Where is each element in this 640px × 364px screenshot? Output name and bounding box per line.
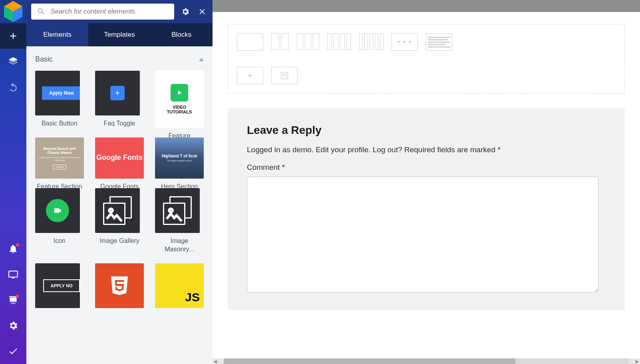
thumb-preview: VIDEOTUTORIALS [155, 71, 204, 128]
layout-1col[interactable] [237, 33, 263, 51]
tab-blocks[interactable]: Blocks [151, 23, 213, 46]
html5-icon [95, 263, 144, 308]
nav-tree-view[interactable] [0, 49, 26, 74]
nav-settings[interactable] [0, 313, 26, 338]
comment-textarea[interactable] [247, 177, 598, 292]
element-label: Faq Toggle [95, 119, 144, 128]
nav-add-element[interactable] [0, 23, 26, 49]
thumb-preview: Google Fonts [95, 137, 144, 179]
page-canvas[interactable]: • • • Leave a Reply Logged in as demo. E… [213, 12, 640, 358]
element-raw-html[interactable] [95, 263, 144, 308]
nav-insights[interactable] [0, 236, 26, 262]
element-basic-button[interactable]: Apply Now Basic Button [35, 71, 84, 128]
layout-5col[interactable] [359, 33, 384, 51]
element-label: Image Gallery [95, 237, 144, 245]
panel-header [26, 0, 213, 23]
reply-title: Leave a Reply [247, 124, 606, 137]
app-logo[interactable] [0, 0, 26, 23]
panel-close-button[interactable] [197, 6, 208, 17]
image-stack-icon [103, 196, 132, 225]
elements-panel: Elements Templates Blocks Basic Apply No… [26, 0, 213, 364]
logged-in-user-link[interactable]: demo [292, 145, 312, 154]
svg-point-4 [169, 209, 173, 212]
nav-rail [0, 0, 26, 364]
element-outline-button[interactable]: APPLY NO [35, 263, 84, 308]
layout-custom[interactable]: • • • [392, 33, 418, 51]
horizontal-scrollbar[interactable]: ◀ ▶ [213, 358, 640, 364]
thumb-preview: Apply Now [42, 86, 80, 100]
panel-tabs: Elements Templates Blocks [26, 23, 213, 46]
chevron-up-icon [199, 58, 204, 61]
close-icon [198, 7, 207, 16]
element-raw-js[interactable]: JS [155, 263, 204, 308]
layout-2col[interactable] [271, 33, 289, 51]
svg-point-3 [109, 209, 113, 212]
element-faq-toggle[interactable]: + Faq Toggle [95, 71, 144, 128]
element-feature[interactable]: VIDEOTUTORIALS Feature [155, 71, 204, 128]
notification-dot [16, 243, 19, 247]
notification-dot [16, 294, 19, 298]
logo-cube-icon [0, 0, 26, 25]
element-hero-section[interactable]: Highland T of Scot The region beautiful … [155, 137, 204, 179]
scroll-right-arrow[interactable]: ▶ [634, 359, 640, 364]
thumb-preview: Beyond Beach and Cloudy Waves Lorem ipsu… [35, 137, 84, 179]
layout-3col[interactable] [297, 33, 319, 51]
gear-icon [8, 320, 18, 331]
gear-icon [181, 7, 190, 16]
element-label: Image Masonry... [155, 237, 204, 254]
thumb-preview: APPLY NO [43, 279, 80, 292]
category-basic-header[interactable]: Basic [35, 55, 204, 64]
search-icon [37, 7, 46, 16]
element-feature-section[interactable]: Beyond Beach and Cloudy Waves Lorem ipsu… [35, 137, 84, 179]
search-box [31, 4, 174, 20]
panel-settings-button[interactable] [180, 6, 191, 17]
nav-responsive[interactable] [0, 262, 26, 287]
element-google-fonts-heading[interactable]: Google Fonts Google Fonts Heading [95, 137, 144, 179]
undo-icon [8, 82, 18, 92]
reply-meta: Logged in as demo. Edit your profile. Lo… [247, 145, 606, 154]
row-layout-picker: • • • [228, 24, 625, 93]
logout-link[interactable]: Log out? [373, 145, 402, 154]
category-label: Basic [35, 55, 53, 64]
check-icon [8, 346, 18, 356]
layers-icon [8, 56, 18, 67]
comment-field-label: Comment * [247, 163, 606, 172]
element-label: Icon [35, 237, 84, 245]
search-input[interactable] [50, 8, 169, 16]
edit-profile-link[interactable]: Edit your profile [316, 145, 368, 154]
nav-undo[interactable] [0, 74, 26, 100]
element-icon[interactable]: Icon [35, 188, 84, 254]
scroll-left-arrow[interactable]: ◀ [213, 359, 218, 364]
tab-elements[interactable]: Elements [26, 23, 88, 46]
nav-save[interactable] [0, 338, 26, 364]
add-template-button[interactable] [271, 67, 298, 84]
element-image-masonry[interactable]: Image Masonry... [155, 188, 204, 254]
video-icon [171, 84, 188, 101]
plus-icon [8, 31, 18, 41]
video-icon [46, 199, 69, 222]
js-icon: JS [155, 263, 204, 308]
plus-icon [247, 72, 253, 79]
nav-messages[interactable] [0, 287, 26, 313]
add-element-button[interactable] [237, 67, 263, 84]
plus-icon: + [110, 86, 125, 100]
image-stack-icon [163, 196, 192, 225]
tab-templates[interactable]: Templates [88, 23, 150, 46]
thumb-preview: Highland T of Scot The region beautiful … [155, 137, 204, 179]
panel-body: Basic Apply Now Basic Button + Faq Toggl… [26, 46, 213, 364]
element-image-gallery[interactable]: Image Gallery [95, 188, 144, 254]
layout-textblock[interactable] [426, 33, 452, 51]
element-label: Basic Button [35, 119, 84, 128]
canvas-wrap: • • • Leave a Reply Logged in as demo. E… [213, 0, 640, 364]
desktop-icon [8, 269, 18, 280]
comment-reply-section: Leave a Reply Logged in as demo. Edit yo… [228, 108, 625, 310]
layout-4col[interactable] [327, 33, 351, 51]
template-icon [281, 72, 288, 79]
